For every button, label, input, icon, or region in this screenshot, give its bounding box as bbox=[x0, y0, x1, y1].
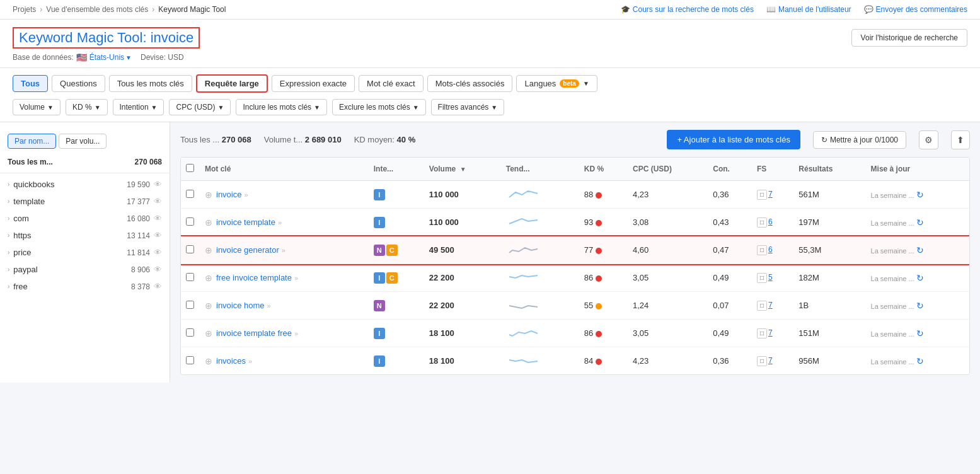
filter-inclure[interactable]: Inclure les mots clés ▼ bbox=[236, 99, 327, 115]
add-icon[interactable]: ⊕ bbox=[205, 217, 212, 228]
fs-value[interactable]: 5 bbox=[768, 273, 773, 282]
keyword-link[interactable]: ⊕ invoices » bbox=[205, 356, 364, 366]
sort-by-name-button[interactable]: Par nom... bbox=[8, 134, 56, 149]
sidebar-item-https[interactable]: › https 13 114 👁 bbox=[0, 227, 170, 244]
add-icon[interactable]: ⊕ bbox=[205, 245, 212, 255]
fs-cell: □7 bbox=[752, 347, 793, 375]
add-icon[interactable]: ⊕ bbox=[205, 190, 212, 200]
eye-icon[interactable]: 👁 bbox=[154, 265, 162, 274]
cours-link[interactable]: 🎓 Cours sur la recherche de mots clés bbox=[621, 5, 754, 14]
sidebar-item-template[interactable]: › template 17 377 👁 bbox=[0, 193, 170, 210]
breadcrumb-vue[interactable]: Vue d'ensemble des mots clés bbox=[46, 5, 148, 14]
update-button[interactable]: ↻ Mettre à jour 0/1000 bbox=[813, 131, 906, 149]
th-date: Mise à jour bbox=[866, 158, 969, 181]
row-checkbox[interactable] bbox=[186, 273, 194, 281]
keyword-link[interactable]: ⊕ free invoice template » bbox=[205, 273, 364, 283]
page-title: Keyword Magic Tool: invoice bbox=[13, 27, 200, 49]
tab-mot-cle-exact[interactable]: Mot clé exact bbox=[359, 75, 424, 92]
add-icon[interactable]: ⊕ bbox=[205, 356, 212, 366]
kd-cell: 93 bbox=[579, 209, 628, 236]
fs-value[interactable]: 7 bbox=[768, 190, 773, 199]
refresh-icon[interactable]: ↻ bbox=[916, 356, 924, 366]
keyword-link[interactable]: ⊕ invoice » bbox=[205, 190, 364, 200]
sidebar-item-free[interactable]: › free 8 378 👁 bbox=[0, 278, 170, 295]
book-icon: 📖 bbox=[766, 5, 776, 14]
history-button[interactable]: Voir l'historique de recherche bbox=[851, 29, 967, 47]
keyword-link[interactable]: ⊕ invoice template free » bbox=[205, 328, 364, 338]
fs-icon: □ bbox=[757, 190, 767, 200]
sidebar-item-com[interactable]: › com 16 080 👁 bbox=[0, 210, 170, 227]
fs-cell: □5 bbox=[752, 264, 793, 292]
con-cell: 0,49 bbox=[708, 320, 752, 347]
date-cell: La semaine ... ↻ bbox=[866, 347, 969, 375]
refresh-icon[interactable]: ↻ bbox=[916, 273, 924, 283]
sidebar-item-paypal[interactable]: › paypal 8 906 👁 bbox=[0, 261, 170, 278]
eye-icon[interactable]: 👁 bbox=[154, 282, 162, 291]
keyword-link[interactable]: ⊕ invoice generator » bbox=[205, 245, 364, 255]
th-volume[interactable]: Volume ▼ bbox=[424, 158, 501, 181]
filter-avances[interactable]: Filtres avancés ▼ bbox=[431, 99, 505, 115]
db-country-link[interactable]: États-Unis ▼ bbox=[89, 53, 132, 62]
trend-cell bbox=[501, 292, 579, 320]
tab-requete-large[interactable]: Requête large bbox=[196, 74, 268, 93]
eye-icon[interactable]: 👁 bbox=[154, 197, 162, 206]
keyword-link[interactable]: ⊕ invoice template » bbox=[205, 217, 364, 228]
tab-questions[interactable]: Questions bbox=[52, 75, 105, 92]
row-checkbox[interactable] bbox=[186, 356, 194, 364]
filter-volume[interactable]: Volume ▼ bbox=[13, 99, 61, 115]
commentaires-link[interactable]: 💬 Envoyer des commentaires bbox=[864, 5, 967, 14]
refresh-icon[interactable]: ↻ bbox=[916, 301, 924, 311]
manuel-link[interactable]: 📖 Manuel de l'utilisateur bbox=[766, 5, 851, 14]
tab-expression-exacte[interactable]: Expression exacte bbox=[272, 75, 355, 92]
add-icon[interactable]: ⊕ bbox=[205, 301, 212, 311]
filter-cpc[interactable]: CPC (USD) ▼ bbox=[169, 99, 231, 115]
intent-badge: C bbox=[386, 245, 398, 256]
eye-icon[interactable]: 👁 bbox=[154, 214, 162, 223]
row-checkbox[interactable] bbox=[186, 245, 194, 253]
intent-badge: I bbox=[374, 356, 385, 367]
add-icon[interactable]: ⊕ bbox=[205, 273, 212, 283]
select-all-checkbox[interactable] bbox=[186, 164, 194, 172]
filter-exclure[interactable]: Exclure les mots clés ▼ bbox=[332, 99, 426, 115]
table-row: ⊕ invoices »I18 100844,230,36□7956MLa se… bbox=[181, 347, 969, 375]
refresh-icon[interactable]: ↻ bbox=[916, 245, 924, 255]
row-checkbox[interactable] bbox=[186, 217, 194, 226]
fs-value[interactable]: 7 bbox=[768, 356, 773, 365]
chevron-right-icon: › bbox=[8, 249, 9, 256]
fs-value[interactable]: 6 bbox=[768, 245, 773, 254]
tab-langues[interactable]: Langues beta ▼ bbox=[516, 75, 597, 92]
eye-icon[interactable]: 👁 bbox=[154, 231, 162, 240]
tab-tous-mots-cles[interactable]: Tous les mots clés bbox=[109, 75, 192, 92]
refresh-icon[interactable]: ↻ bbox=[916, 328, 924, 338]
con-cell: 0,07 bbox=[708, 292, 752, 320]
fs-value[interactable]: 6 bbox=[768, 217, 773, 226]
content-area: Par nom... Par volu... Tous les m... 270… bbox=[0, 122, 980, 383]
eye-icon[interactable]: 👁 bbox=[154, 248, 162, 257]
refresh-icon[interactable]: ↻ bbox=[916, 190, 924, 200]
add-icon[interactable]: ⊕ bbox=[205, 328, 212, 338]
expand-icon: » bbox=[294, 330, 298, 337]
filter-intention[interactable]: Intention ▼ bbox=[113, 99, 164, 115]
eye-icon[interactable]: 👁 bbox=[154, 180, 162, 189]
export-button[interactable]: ⬆ bbox=[951, 130, 970, 149]
tab-mots-cles-associes[interactable]: Mots-clés associés bbox=[427, 75, 513, 92]
volume-cell: 18 100 bbox=[424, 347, 501, 375]
tab-tous[interactable]: Tous bbox=[13, 75, 48, 92]
fs-value[interactable]: 7 bbox=[768, 328, 773, 337]
row-checkbox[interactable] bbox=[186, 328, 194, 337]
row-checkbox[interactable] bbox=[186, 301, 194, 309]
sidebar-item-price[interactable]: › price 11 814 👁 bbox=[0, 244, 170, 261]
fs-value[interactable]: 7 bbox=[768, 301, 773, 309]
settings-button[interactable]: ⚙ bbox=[919, 130, 938, 149]
keyword-link[interactable]: ⊕ invoice home » bbox=[205, 301, 364, 311]
filter-kd[interactable]: KD % ▼ bbox=[66, 99, 108, 115]
breadcrumb-projets[interactable]: Projets bbox=[13, 5, 36, 14]
add-to-list-button[interactable]: + Ajouter à la liste de mots clés bbox=[667, 130, 800, 149]
con-cell: 0,47 bbox=[708, 236, 752, 264]
refresh-icon[interactable]: ↻ bbox=[916, 217, 924, 228]
con-cell: 0,36 bbox=[708, 181, 752, 209]
filter-bar: Tous Questions Tous les mots clés Requêt… bbox=[0, 68, 980, 122]
row-checkbox[interactable] bbox=[186, 190, 194, 198]
sidebar-item-quickbooks[interactable]: › quickbooks 19 590 👁 bbox=[0, 176, 170, 193]
sort-by-volume-button[interactable]: Par volu... bbox=[59, 134, 107, 149]
